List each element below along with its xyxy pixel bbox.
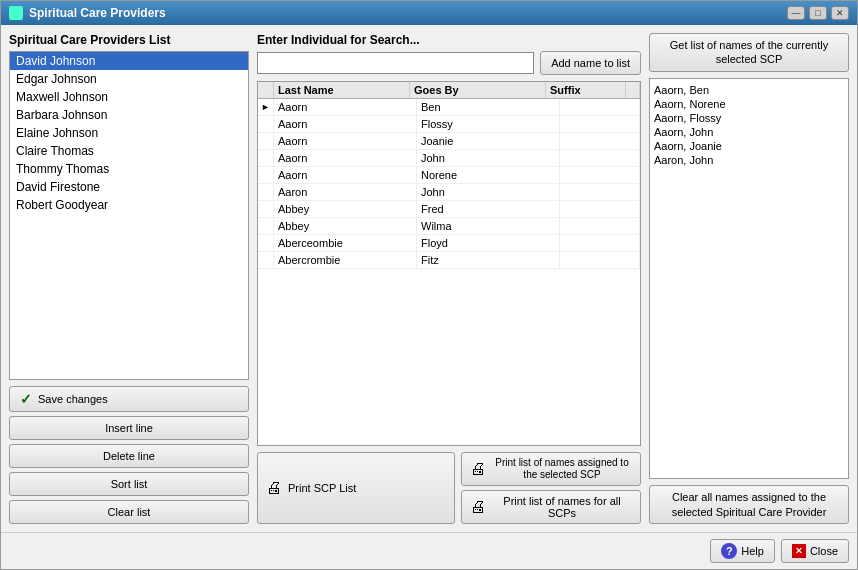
row-arrow bbox=[258, 252, 274, 268]
list-item[interactable]: David Johnson bbox=[10, 52, 248, 70]
providers-list-container: David Johnson Edgar Johnson Maxwell John… bbox=[9, 51, 249, 380]
cell-goesby: John bbox=[417, 150, 560, 166]
col-lastname: Last Name bbox=[274, 82, 410, 98]
cell-lastname: Aaorn bbox=[274, 150, 417, 166]
cell-lastname: Abercrombie bbox=[274, 252, 417, 268]
window-controls: — □ ✕ bbox=[787, 6, 849, 20]
printer-icon: 🖨 bbox=[470, 460, 486, 478]
add-name-button[interactable]: Add name to list bbox=[540, 51, 641, 75]
selected-scp-names-list: Aaorn, Ben Aaorn, Norene Aaorn, Flossy A… bbox=[649, 78, 849, 480]
cell-goesby: Flossy bbox=[417, 116, 560, 132]
cell-suffix bbox=[560, 252, 640, 268]
table-row[interactable]: ► Aaorn Ben bbox=[258, 99, 640, 116]
cell-suffix bbox=[560, 218, 640, 234]
left-panel-label: Spiritual Care Providers List bbox=[9, 33, 249, 47]
clear-list-button[interactable]: Clear list bbox=[9, 500, 249, 524]
list-item[interactable]: Robert Goodyear bbox=[10, 196, 248, 214]
list-item[interactable]: Barbara Johnson bbox=[10, 106, 248, 124]
title-bar-left: Spiritual Care Providers bbox=[9, 6, 166, 20]
middle-panel: Enter Individual for Search... Add name … bbox=[257, 33, 641, 524]
minimize-button[interactable]: — bbox=[787, 6, 805, 20]
save-changes-button[interactable]: ✓ Save changes bbox=[9, 386, 249, 412]
cell-goesby: John bbox=[417, 184, 560, 200]
list-item[interactable]: Thommy Thomas bbox=[10, 160, 248, 178]
search-row: Add name to list bbox=[257, 51, 641, 75]
cell-lastname: Abbey bbox=[274, 201, 417, 217]
print-assigned-button[interactable]: 🖨 Print list of names assigned to the se… bbox=[461, 452, 641, 486]
table-row[interactable]: Abbey Fred bbox=[258, 201, 640, 218]
search-label: Enter Individual for Search... bbox=[257, 33, 641, 47]
sort-list-button[interactable]: Sort list bbox=[9, 472, 249, 496]
cell-suffix bbox=[560, 201, 640, 217]
cell-goesby: Fred bbox=[417, 201, 560, 217]
table-row[interactable]: Aberceombie Floyd bbox=[258, 235, 640, 252]
row-arrow bbox=[258, 235, 274, 251]
printer-icon: 🖨 bbox=[470, 498, 486, 516]
table-row[interactable]: Aaorn Norene bbox=[258, 167, 640, 184]
cell-lastname: Aberceombie bbox=[274, 235, 417, 251]
table-body[interactable]: ► Aaorn Ben Aaorn Flossy Aaorn J bbox=[258, 99, 640, 445]
app-icon bbox=[9, 6, 23, 20]
cell-lastname: Aaron bbox=[274, 184, 417, 200]
cell-suffix bbox=[560, 99, 640, 115]
name-item: Aaorn, Flossy bbox=[654, 111, 844, 125]
cell-lastname: Aaorn bbox=[274, 99, 417, 115]
print-all-scps-button[interactable]: 🖨 Print list of names for all SCPs bbox=[461, 490, 641, 524]
help-button[interactable]: ? Help bbox=[710, 539, 775, 563]
close-icon: ✕ bbox=[792, 544, 806, 558]
cell-goesby: Floyd bbox=[417, 235, 560, 251]
list-item[interactable]: Edgar Johnson bbox=[10, 70, 248, 88]
restore-button[interactable]: □ bbox=[809, 6, 827, 20]
get-names-button[interactable]: Get list of names of the currently selec… bbox=[649, 33, 849, 72]
cell-goesby: Joanie bbox=[417, 133, 560, 149]
col-goesby: Goes By bbox=[410, 82, 546, 98]
table-row[interactable]: Aaorn Flossy bbox=[258, 116, 640, 133]
row-arrow: ► bbox=[258, 99, 274, 115]
row-arrow bbox=[258, 116, 274, 132]
table-row[interactable]: Abbey Wilma bbox=[258, 218, 640, 235]
name-item: Aaorn, Ben bbox=[654, 83, 844, 97]
row-arrow bbox=[258, 150, 274, 166]
clear-all-names-button[interactable]: Clear all names assigned to the selected… bbox=[649, 485, 849, 524]
cell-goesby: Fitz bbox=[417, 252, 560, 268]
row-arrow bbox=[258, 167, 274, 183]
providers-list-scroll[interactable]: David Johnson Edgar Johnson Maxwell John… bbox=[10, 52, 248, 379]
list-item[interactable]: Claire Thomas bbox=[10, 142, 248, 160]
table-row[interactable]: Aaorn John bbox=[258, 150, 640, 167]
cell-suffix bbox=[560, 167, 640, 183]
table-row[interactable]: Aaorn Joanie bbox=[258, 133, 640, 150]
main-window: Spiritual Care Providers — □ ✕ Spiritual… bbox=[0, 0, 858, 570]
col-arrow bbox=[258, 82, 274, 98]
name-item: Aaorn, Norene bbox=[654, 97, 844, 111]
table-row[interactable]: Abercrombie Fitz bbox=[258, 252, 640, 269]
list-item[interactable]: Elaine Johnson bbox=[10, 124, 248, 142]
search-input[interactable] bbox=[257, 52, 534, 74]
help-icon: ? bbox=[721, 543, 737, 559]
title-bar: Spiritual Care Providers — □ ✕ bbox=[1, 1, 857, 25]
list-item[interactable]: David Firestone bbox=[10, 178, 248, 196]
delete-line-button[interactable]: Delete line bbox=[9, 444, 249, 468]
left-buttons: ✓ Save changes Insert line Delete line S… bbox=[9, 386, 249, 524]
search-results-table: Last Name Goes By Suffix ► Aaorn Ben Aao… bbox=[257, 81, 641, 446]
list-item[interactable]: Maxwell Johnson bbox=[10, 88, 248, 106]
window-title: Spiritual Care Providers bbox=[29, 6, 166, 20]
name-item: Aaorn, Joanie bbox=[654, 139, 844, 153]
print-scp-list-button[interactable]: 🖨 Print SCP List bbox=[257, 452, 455, 524]
window-content: Spiritual Care Providers List David John… bbox=[1, 25, 857, 532]
right-print-buttons: 🖨 Print list of names assigned to the se… bbox=[461, 452, 641, 524]
insert-line-button[interactable]: Insert line bbox=[9, 416, 249, 440]
row-arrow bbox=[258, 201, 274, 217]
right-panel: Get list of names of the currently selec… bbox=[649, 33, 849, 524]
cell-lastname: Aaorn bbox=[274, 116, 417, 132]
table-row[interactable]: Aaron John bbox=[258, 184, 640, 201]
cell-lastname: Aaorn bbox=[274, 133, 417, 149]
cell-suffix bbox=[560, 150, 640, 166]
table-header: Last Name Goes By Suffix bbox=[258, 82, 640, 99]
checkmark-icon: ✓ bbox=[20, 391, 32, 407]
close-button[interactable]: ✕ Close bbox=[781, 539, 849, 563]
col-suffix: Suffix bbox=[546, 82, 626, 98]
row-arrow bbox=[258, 218, 274, 234]
close-window-button[interactable]: ✕ bbox=[831, 6, 849, 20]
bottom-bar: ? Help ✕ Close bbox=[1, 532, 857, 569]
name-item: Aaorn, John bbox=[654, 125, 844, 139]
